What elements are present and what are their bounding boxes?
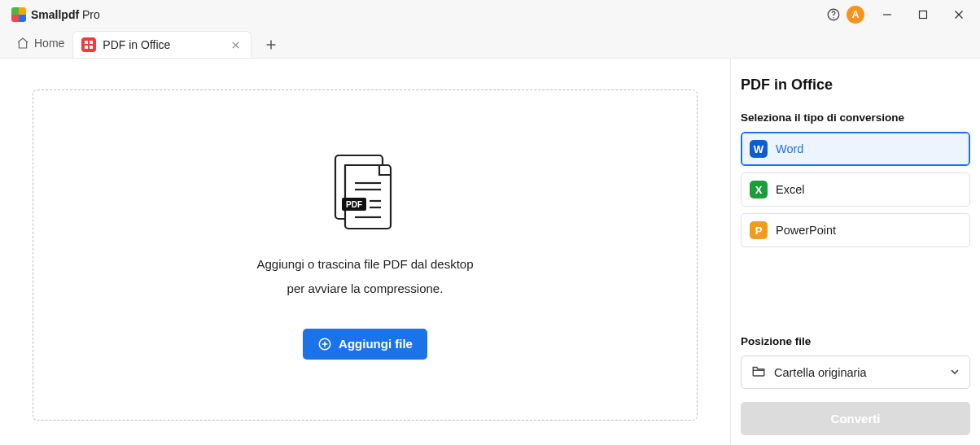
title-left: Smallpdf Pro bbox=[11, 7, 100, 22]
body: PDF Aggiungi o trascina file PDF dal des… bbox=[0, 59, 980, 445]
tab-pdf-in-office[interactable]: PDF in Office bbox=[72, 31, 252, 58]
svg-rect-8 bbox=[85, 46, 88, 49]
svg-rect-7 bbox=[90, 41, 93, 44]
convert-label: Converti bbox=[831, 412, 881, 425]
main-area: PDF Aggiungi o trascina file PDF dal des… bbox=[0, 59, 730, 445]
side-panel: PDF in Office Seleziona il tipo di conve… bbox=[730, 59, 980, 445]
side-title: PDF in Office bbox=[741, 76, 970, 94]
file-position-label: Posizione file bbox=[741, 335, 970, 347]
option-excel-label: Excel bbox=[776, 183, 804, 196]
option-word-label: Word bbox=[776, 142, 803, 155]
add-file-label: Aggiungi file bbox=[339, 337, 413, 351]
new-tab-button[interactable] bbox=[258, 33, 284, 56]
chevron-down-icon bbox=[950, 366, 960, 379]
svg-point-1 bbox=[833, 17, 833, 18]
home-icon bbox=[16, 37, 29, 50]
dropzone[interactable]: PDF Aggiungi o trascina file PDF dal des… bbox=[33, 89, 698, 421]
plus-circle-icon bbox=[317, 337, 332, 351]
svg-rect-9 bbox=[90, 46, 93, 49]
svg-rect-6 bbox=[85, 41, 88, 44]
conversion-type-label: Seleziona il tipo di conversione bbox=[741, 111, 970, 124]
tab-strip: Home PDF in Office bbox=[0, 29, 980, 59]
app-title: Smallpdf Pro bbox=[31, 8, 100, 21]
title-bar: Smallpdf Pro A bbox=[0, 0, 980, 29]
app-title-suffix: Pro bbox=[79, 8, 100, 21]
pdf-stack-icon: PDF bbox=[329, 151, 402, 235]
window-maximize-button[interactable] bbox=[905, 0, 941, 29]
option-powerpoint-label: PowerPoint bbox=[776, 224, 836, 237]
word-icon: W bbox=[750, 140, 768, 158]
option-powerpoint[interactable]: P PowerPoint bbox=[741, 213, 970, 247]
option-excel[interactable]: X Excel bbox=[741, 172, 970, 207]
pdf-office-tab-icon bbox=[81, 37, 96, 52]
window-minimize-button[interactable] bbox=[869, 0, 905, 29]
option-word[interactable]: W Word bbox=[741, 132, 970, 166]
tab-close-button[interactable] bbox=[228, 37, 243, 52]
dropzone-text-2: per avviare la compressione. bbox=[287, 279, 444, 298]
convert-button[interactable]: Converti bbox=[741, 402, 970, 435]
avatar-letter: A bbox=[852, 9, 860, 20]
home-tab-label: Home bbox=[34, 37, 64, 50]
add-file-button[interactable]: Aggiungi file bbox=[303, 329, 427, 360]
dropzone-text-1: Aggiungi o trascina file PDF dal desktop bbox=[257, 255, 474, 273]
home-tab[interactable]: Home bbox=[8, 32, 72, 55]
app-title-strong: Smallpdf bbox=[31, 8, 79, 21]
excel-icon: X bbox=[750, 181, 768, 199]
user-avatar[interactable]: A bbox=[847, 6, 864, 24]
side-bottom: Posizione file Cartella originaria Conve… bbox=[741, 335, 970, 435]
title-right: A bbox=[820, 0, 977, 29]
help-icon[interactable] bbox=[822, 7, 845, 22]
app-logo-icon bbox=[11, 7, 26, 22]
folder-icon bbox=[751, 364, 766, 380]
window-close-button[interactable] bbox=[941, 0, 977, 29]
svg-text:PDF: PDF bbox=[346, 200, 362, 209]
powerpoint-icon: P bbox=[750, 221, 768, 239]
tab-label: PDF in Office bbox=[103, 38, 170, 51]
svg-rect-3 bbox=[920, 11, 927, 19]
file-position-select[interactable]: Cartella originaria bbox=[741, 356, 970, 389]
file-position-value: Cartella originaria bbox=[774, 366, 867, 379]
